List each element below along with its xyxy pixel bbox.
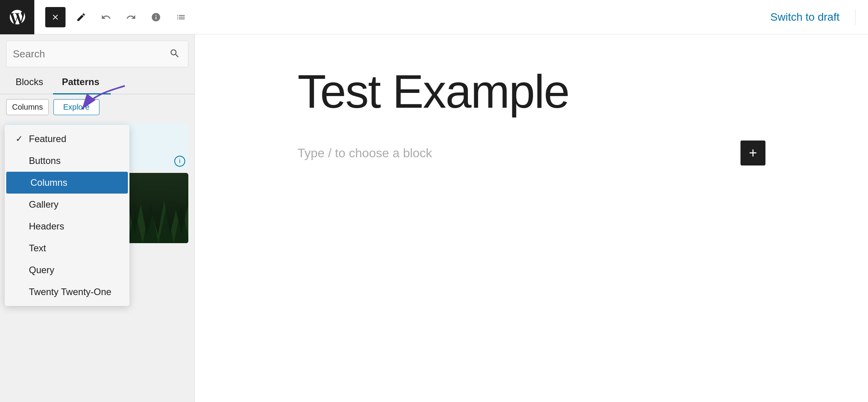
redo-button[interactable] <box>122 8 140 27</box>
dropdown-item-text[interactable]: Text <box>5 237 129 259</box>
wp-logo <box>0 0 34 34</box>
dropdown-item-query[interactable]: Query <box>5 259 129 281</box>
toolbar: Switch to draft <box>0 0 868 34</box>
tab-patterns[interactable]: Patterns <box>53 70 109 94</box>
category-dropdown-button[interactable]: Columns <box>6 99 49 115</box>
explore-button[interactable]: Explore <box>53 99 99 115</box>
close-button[interactable] <box>45 7 66 27</box>
svg-marker-26 <box>143 202 158 243</box>
dropdown-item-columns[interactable]: Columns <box>6 172 128 194</box>
dropdown-item-buttons[interactable]: Buttons <box>5 150 129 172</box>
tab-active-indicator <box>53 93 111 94</box>
search-bar <box>6 41 188 67</box>
add-block-button[interactable]: + <box>740 141 765 165</box>
post-title[interactable]: Test Example <box>298 66 765 117</box>
editor-area: Test Example Type / to choose a block + <box>195 34 868 402</box>
info-button[interactable] <box>147 8 165 27</box>
placeholder-text: Type / to choose a block <box>298 146 432 160</box>
undo-button[interactable] <box>97 8 115 27</box>
tabs: Blocks Patterns <box>0 70 195 94</box>
search-input[interactable] <box>13 48 168 60</box>
dropdown-item-featured[interactable]: ✓ Featured <box>5 128 129 150</box>
main-layout: Blocks Patterns Columns Explore ✓ Featur… <box>0 34 868 402</box>
checkmark-icon: ✓ <box>16 134 25 144</box>
patterns-dropdown-menu: ✓ Featured Buttons Columns Gallery Heade… <box>5 125 129 306</box>
patterns-toolbar: Columns Explore <box>0 94 195 120</box>
left-panel: Blocks Patterns Columns Explore ✓ Featur… <box>0 34 195 402</box>
panel-card-info-icon[interactable]: i <box>174 156 185 167</box>
search-button[interactable] <box>168 46 182 62</box>
toolbar-divider <box>855 9 856 25</box>
editor-content: Test Example Type / to choose a block + <box>298 66 765 165</box>
dropdown-item-headers[interactable]: Headers <box>5 215 129 237</box>
list-view-button[interactable] <box>172 8 190 27</box>
dropdown-item-gallery[interactable]: Gallery <box>5 194 129 215</box>
tab-blocks[interactable]: Blocks <box>6 70 53 94</box>
block-placeholder: Type / to choose a block + <box>298 141 765 165</box>
edit-icon-button[interactable] <box>72 8 90 27</box>
dropdown-item-twenty-twenty-one[interactable]: Twenty Twenty-One <box>5 281 129 303</box>
switch-to-draft-button[interactable]: Switch to draft <box>764 8 846 27</box>
